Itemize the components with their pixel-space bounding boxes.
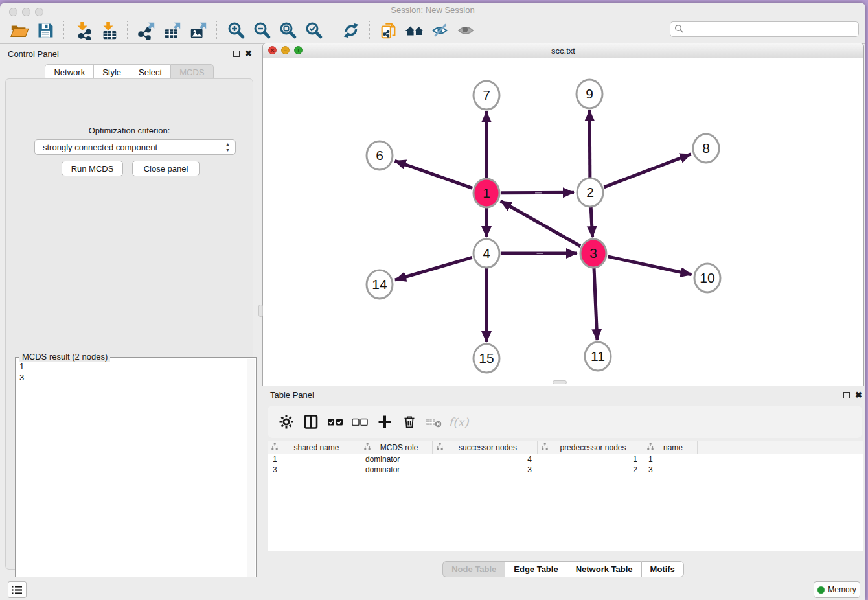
column-label: successor nodes xyxy=(446,443,537,452)
refresh-icon xyxy=(341,21,361,40)
result-scrollbar[interactable] xyxy=(247,359,255,600)
import-network-button[interactable] xyxy=(72,20,94,41)
duplicate-network-button[interactable] xyxy=(378,20,400,41)
graph-edge-2-3[interactable] xyxy=(591,207,592,237)
toolbar-separator xyxy=(127,21,128,40)
close-panel-button[interactable]: Close panel xyxy=(132,161,200,176)
graph-node-10[interactable]: 10 xyxy=(694,264,720,292)
column-view-button[interactable] xyxy=(301,413,321,431)
column-header-predecessor-nodes[interactable]: predecessor nodes xyxy=(538,441,643,454)
home-icon xyxy=(404,21,425,40)
graph-edge-3-11[interactable] xyxy=(594,268,597,340)
graph-node-2[interactable]: 2 xyxy=(577,178,603,207)
zoom-fit-button[interactable] xyxy=(277,20,299,41)
column-header-successor-nodes[interactable]: successor nodes xyxy=(433,441,538,454)
cell-MCDS-role[interactable]: dominator xyxy=(360,454,433,465)
graph-node-7[interactable]: 7 xyxy=(474,81,499,110)
table-settings-button[interactable] xyxy=(277,413,296,431)
zoom-out-icon xyxy=(252,21,271,40)
close-panel-icon[interactable]: ✖ xyxy=(245,50,252,58)
graph-edge-2-8[interactable] xyxy=(604,154,691,187)
toolbar-separator xyxy=(63,21,65,40)
cell-successor-nodes[interactable]: 4 xyxy=(433,454,538,465)
column-header-name[interactable]: name xyxy=(643,441,698,454)
column-header-shared-name[interactable]: shared name xyxy=(268,441,360,454)
delete-column-button[interactable] xyxy=(400,413,419,431)
zoom-selected-button[interactable] xyxy=(303,20,325,41)
zoom-out-button[interactable] xyxy=(251,20,273,41)
export-network-button[interactable] xyxy=(135,20,157,41)
deselect-all-button[interactable] xyxy=(350,413,370,431)
export-image-button[interactable] xyxy=(187,20,209,41)
tab-motifs[interactable]: Motifs xyxy=(641,561,684,577)
hide-selected-button[interactable] xyxy=(429,20,451,41)
horizontal-splitter-grip[interactable] xyxy=(553,380,567,384)
graph-edge-3-1[interactable] xyxy=(501,201,580,246)
column-label: MCDS role xyxy=(374,443,432,452)
toolbar-separator xyxy=(369,21,371,40)
hide-eye-icon xyxy=(430,21,451,40)
svg-text:4: 4 xyxy=(483,246,490,260)
open-session-button[interactable] xyxy=(8,20,30,41)
cell-predecessor-nodes[interactable]: 2 xyxy=(538,465,643,475)
cell-predecessor-nodes[interactable]: 1 xyxy=(538,454,643,465)
optimization-criterion-label: Optimization criterion: xyxy=(6,126,253,135)
cell-shared-name[interactable]: 1 xyxy=(268,454,360,465)
table-row[interactable]: 1dominator411 xyxy=(268,454,863,465)
add-column-button[interactable] xyxy=(375,413,394,431)
column-header-MCDS-role[interactable]: MCDS role xyxy=(360,441,433,454)
save-icon xyxy=(36,21,54,40)
graph-edge-4-14[interactable] xyxy=(395,257,472,280)
cell-name[interactable]: 3 xyxy=(643,465,698,475)
cell-successor-nodes[interactable]: 3 xyxy=(433,465,538,475)
titlebar: Session: New Session xyxy=(0,3,865,17)
edge-label-mark xyxy=(535,192,542,194)
graph-edge-1-6[interactable] xyxy=(395,161,473,188)
select-all-button[interactable] xyxy=(326,413,345,431)
cell-shared-name[interactable]: 3 xyxy=(268,465,360,475)
graph-node-6[interactable]: 6 xyxy=(367,141,393,170)
import-table-button[interactable] xyxy=(98,20,120,41)
graph-node-15[interactable]: 15 xyxy=(474,344,499,373)
graph-node-8[interactable]: 8 xyxy=(693,134,719,163)
gear-icon xyxy=(279,414,294,430)
optimization-criterion-select[interactable]: strongly connected component ▲▼ xyxy=(34,139,236,155)
show-all-button[interactable] xyxy=(455,20,477,41)
graph-node-1[interactable]: 1 xyxy=(474,179,499,207)
apply-layout-button[interactable] xyxy=(340,20,362,41)
graph-node-3[interactable]: 3 xyxy=(580,239,606,268)
export-table-button[interactable] xyxy=(161,20,183,41)
mcds-result-text[interactable]: 13 xyxy=(19,361,244,383)
vertical-splitter-grip[interactable] xyxy=(258,305,263,317)
tab-edge-table[interactable]: Edge Table xyxy=(505,561,566,577)
table-float-icon[interactable] xyxy=(843,392,850,398)
table-close-icon[interactable]: ✖ xyxy=(855,391,862,399)
graph-edge-2-9[interactable] xyxy=(589,110,590,178)
cell-MCDS-role[interactable]: dominator xyxy=(360,465,433,475)
tab-node-table[interactable]: Node Table xyxy=(442,561,505,577)
graph-node-9[interactable]: 9 xyxy=(577,80,602,108)
graph-edge-3-10[interactable] xyxy=(608,257,691,275)
table-toolbar: f(x) xyxy=(268,406,862,438)
run-mcds-button[interactable]: Run MCDS xyxy=(62,161,123,176)
table-row[interactable]: 3dominator323 xyxy=(268,465,863,475)
cell-name[interactable]: 1 xyxy=(643,454,698,465)
graph-node-11[interactable]: 11 xyxy=(585,342,611,371)
graph-node-14[interactable]: 14 xyxy=(367,270,393,299)
import-table-icon xyxy=(99,21,119,40)
float-panel-icon[interactable] xyxy=(233,51,240,57)
network-window-titlebar[interactable]: ✕ − ＋ scc.txt xyxy=(263,43,863,58)
first-neighbors-button[interactable] xyxy=(404,20,426,41)
search-input[interactable] xyxy=(670,21,859,37)
tab-network-table[interactable]: Network Table xyxy=(567,561,641,577)
control-panel: Control Panel ✖ NetworkStyleSelectMCDS O… xyxy=(0,44,258,578)
table-header-row: shared nameMCDS rolesuccessor nodesprede… xyxy=(268,441,863,454)
network-canvas[interactable]: 7968124314101511 xyxy=(263,58,863,385)
zoom-in-button[interactable] xyxy=(225,20,247,41)
open-folder-icon xyxy=(10,21,29,40)
memory-button[interactable]: Memory xyxy=(814,581,860,598)
save-session-button[interactable] xyxy=(34,20,56,41)
control-panel-title: Control Panel xyxy=(8,49,59,59)
graph-node-4[interactable]: 4 xyxy=(474,239,499,268)
task-history-button[interactable] xyxy=(8,581,27,598)
